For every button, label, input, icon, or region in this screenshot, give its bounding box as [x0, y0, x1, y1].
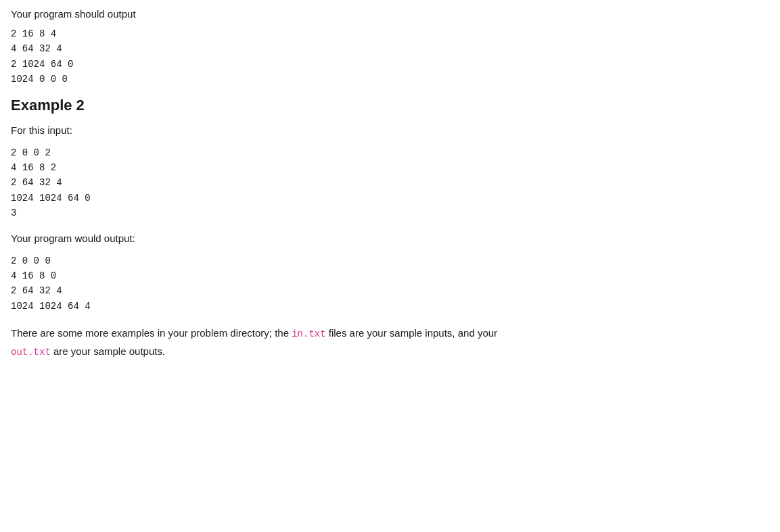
code-line: 1024 1024 64 0: [11, 191, 769, 205]
output-block-1: 2 16 8 44 64 32 42 1024 64 01024 0 0 0: [11, 26, 769, 87]
output-block-2: 2 0 0 04 16 8 02 64 32 41024 1024 64 4: [11, 253, 769, 314]
code-line: 2 16 8 4: [11, 26, 769, 41]
code-line: 4 16 8 0: [11, 268, 769, 283]
footer-text-before: There are some more examples in your pro…: [11, 327, 292, 339]
code-line: 1024 0 0 0: [11, 72, 769, 87]
code-line: 1024 1024 64 4: [11, 299, 769, 314]
input-block-2: 2 0 0 24 16 8 22 64 32 41024 1024 64 03: [11, 145, 769, 221]
code-line: 3: [11, 205, 769, 220]
for-this-input-label: For this input:: [11, 122, 769, 139]
example2-heading: Example 2: [11, 97, 769, 114]
would-output-label: Your program would output:: [11, 231, 769, 247]
code-line: 4 16 8 2: [11, 160, 769, 175]
code-line: 2 64 32 4: [11, 283, 769, 298]
code-line: 2 0 0 2: [11, 145, 769, 160]
intro-should-output: Your program should output: [11, 8, 769, 20]
code-line: 4 64 32 4: [11, 41, 769, 56]
footer-out-txt: out.txt: [11, 347, 51, 358]
code-line: 2 1024 64 0: [11, 57, 769, 72]
footer-text: There are some more examples in your pro…: [11, 324, 769, 361]
footer-text-middle: files are your sample inputs, and your: [326, 327, 497, 339]
footer-text-after: are your sample outputs.: [51, 345, 165, 357]
code-line: 2 0 0 0: [11, 253, 769, 268]
code-line: 2 64 32 4: [11, 175, 769, 190]
footer-in-txt: in.txt: [292, 329, 325, 339]
